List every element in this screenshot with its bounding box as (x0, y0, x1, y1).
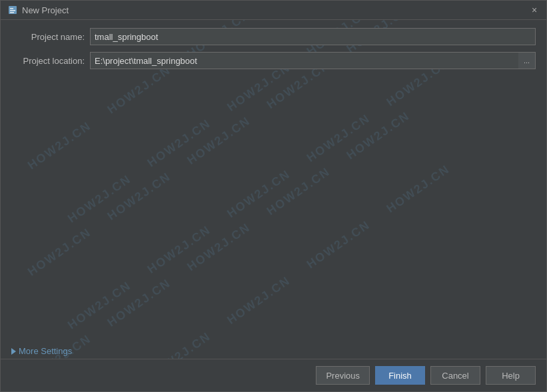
new-project-dialog: HOW2J.CN HOW2J.CN HOW2J.CN HOW2J.CN HOW2… (0, 0, 547, 392)
dialog-content: Project name: Project location: ... (1, 20, 546, 343)
browse-button[interactable]: ... (518, 52, 536, 69)
triangle-icon (11, 348, 16, 355)
finish-button[interactable]: Finish (375, 366, 425, 385)
help-button[interactable]: Help (486, 366, 536, 385)
title-bar: New Project × (1, 1, 546, 20)
project-location-label: Project location: (11, 56, 85, 66)
previous-button[interactable]: Previous (316, 366, 370, 385)
svg-rect-3 (10, 12, 14, 13)
project-name-label: Project name: (11, 32, 85, 42)
project-location-row: Project location: ... (11, 52, 536, 69)
more-settings-toggle[interactable]: More Settings (11, 343, 536, 359)
new-project-icon (7, 5, 18, 15)
close-button[interactable]: × (529, 5, 540, 15)
cancel-button[interactable]: Cancel (430, 366, 480, 385)
project-location-field-group: ... (90, 52, 536, 69)
project-location-input[interactable] (90, 52, 518, 69)
project-name-row: Project name: (11, 28, 536, 45)
svg-rect-1 (10, 8, 13, 9)
project-name-input[interactable] (90, 28, 536, 45)
dialog-footer: Previous Finish Cancel Help (1, 359, 546, 391)
content-spacer (11, 76, 536, 335)
dialog-title: New Project (22, 5, 69, 15)
more-settings-label: More Settings (19, 346, 72, 356)
svg-rect-2 (10, 10, 15, 11)
title-bar-left: New Project (7, 5, 69, 15)
